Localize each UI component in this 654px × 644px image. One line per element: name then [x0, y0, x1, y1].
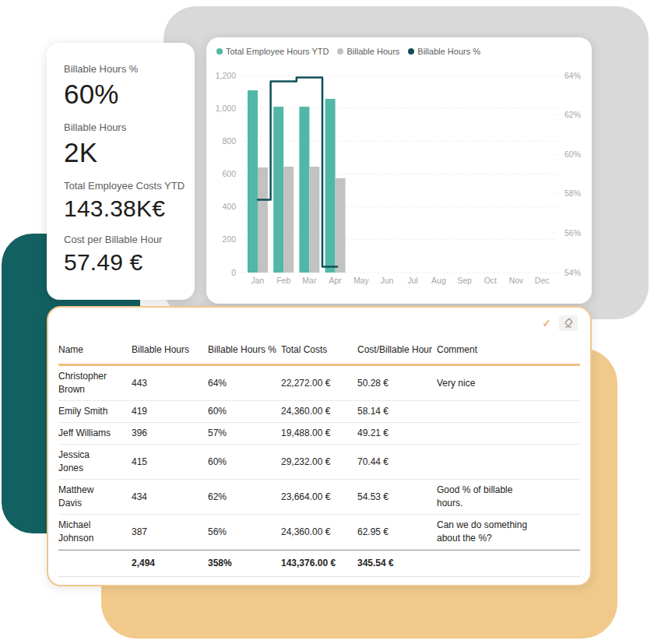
table-cell-total-costs: 29,232.00 € — [281, 452, 357, 473]
column-header[interactable]: Cost/Billable Hour — [357, 337, 437, 364]
right-axis-tick: 64% — [564, 71, 581, 80]
eraser-icon[interactable] — [559, 315, 578, 331]
x-axis-tick: Sep — [457, 276, 472, 285]
right-axis-tick: 56% — [564, 228, 581, 238]
table-card: ✓ NameBillable HoursBillable Hours %Tota… — [47, 306, 592, 586]
table-cell-total-costs: 24,360.00 € — [281, 522, 357, 543]
left-axis-tick: 200 — [222, 234, 236, 244]
table-cell-cost-per-billable-hour: 54.53 € — [357, 487, 437, 508]
column-header[interactable]: Billable Hours — [132, 337, 208, 364]
table-cell-cost-per-billable-hour: 50.28 € — [357, 373, 437, 394]
kpi-value: 143.38K€ — [64, 195, 195, 222]
table-cell-billable-hours-pct: 56% — [208, 522, 281, 543]
table-cell-name: Christopher Brown — [58, 366, 132, 400]
table-cell-name: Jeff Williams — [58, 423, 132, 444]
total-cell-cost-per-billable-hour: 345.54 € — [357, 551, 437, 576]
x-axis-tick: Nov — [509, 276, 524, 285]
column-header[interactable]: Total Costs — [281, 337, 357, 364]
table-row[interactable]: Jessica Jones41560%29,232.00 €70.44 € — [58, 445, 580, 480]
table-cell-total-costs: 23,664.00 € — [281, 487, 357, 508]
table-cell-billable-hours: 434 — [132, 487, 208, 508]
x-axis-tick: Jun — [381, 276, 394, 285]
kpi-item: Billable Hours % 60% — [64, 63, 195, 110]
right-axis-tick: 60% — [564, 150, 581, 159]
left-axis-tick: 800 — [222, 136, 236, 146]
bar-billable-hours[interactable] — [258, 167, 268, 273]
x-axis-tick: Aug — [431, 276, 446, 285]
total-cell-name — [58, 558, 132, 570]
right-axis-tick: 62% — [564, 110, 581, 119]
left-axis-tick: 0 — [231, 268, 236, 277]
kpi-value: 60% — [64, 79, 195, 110]
bar-billable-hours[interactable] — [283, 167, 294, 273]
table-cell-comment: Very nice — [437, 373, 580, 394]
billable-hours-table: NameBillable HoursBillable Hours %Total … — [58, 337, 580, 577]
kpi-label: Billable Hours — [64, 121, 195, 133]
bar-total-employee-hours[interactable] — [248, 90, 258, 273]
table-cell-comment — [437, 401, 580, 422]
x-axis-tick: Jul — [407, 276, 417, 285]
table-cell-billable-hours-pct: 60% — [208, 401, 281, 422]
table-row[interactable]: Christopher Brown44364%22,272.00 €50.28 … — [58, 366, 580, 401]
kpi-item: Total Employee Costs YTD 143.38K€ — [64, 180, 195, 222]
table-cell-billable-hours-pct: 62% — [208, 487, 281, 508]
left-axis-tick: 600 — [222, 169, 236, 178]
table-cell-name: Emily Smith — [58, 401, 132, 422]
table-cell-total-costs: 24,360.00 € — [281, 401, 357, 422]
kpi-label: Billable Hours % — [64, 63, 195, 75]
table-total-row: 2,494358%143,376.00 €345.54 € — [58, 550, 580, 577]
x-axis-tick: Apr — [329, 276, 342, 285]
table-cell-total-costs: 19,488.00 € — [281, 423, 357, 444]
table-cell-total-costs: 22,272.00 € — [281, 373, 357, 394]
column-header[interactable]: Billable Hours % — [208, 337, 281, 364]
total-cell-comment — [437, 558, 580, 570]
table-cell-comment — [437, 452, 580, 473]
right-axis-tick: 58% — [564, 188, 581, 198]
total-cell-billable-hours-pct: 358% — [208, 551, 281, 576]
x-axis-tick: Dec — [535, 276, 550, 285]
left-axis-tick: 1,000 — [216, 104, 236, 113]
right-axis-tick: 54% — [564, 268, 581, 277]
kpi-value: 2K — [64, 137, 195, 168]
kpi-item: Billable Hours 2K — [64, 121, 195, 168]
table-cell-billable-hours-pct: 64% — [208, 373, 281, 394]
table-row[interactable]: Emily Smith41960%24,360.00 €58.14 € — [58, 401, 580, 423]
table-cell-billable-hours-pct: 60% — [208, 452, 281, 473]
table-header-row: NameBillable HoursBillable Hours %Total … — [58, 337, 580, 366]
table-cell-name: Matthew Davis — [58, 480, 132, 514]
visual-header-toolbar: ✓ — [537, 315, 578, 331]
table-cell-comment: Can we do something about the %? — [437, 515, 580, 549]
x-axis-tick: Mar — [302, 276, 317, 285]
table-cell-billable-hours: 387 — [132, 522, 208, 543]
x-axis-tick: Jan — [251, 276, 265, 285]
table-cell-comment — [437, 423, 580, 444]
table-row[interactable]: Michael Johnson38756%24,360.00 €62.95 €C… — [58, 515, 580, 550]
table-row[interactable]: Matthew Davis43462%23,664.00 €54.53 €Goo… — [58, 480, 580, 515]
total-cell-total-costs: 143,376.00 € — [281, 551, 357, 576]
column-header[interactable]: Comment — [437, 337, 580, 364]
kpi-card: Billable Hours % 60%Billable Hours 2KTot… — [47, 43, 195, 300]
left-axis-tick: 1,200 — [216, 71, 236, 80]
bar-total-employee-hours[interactable] — [299, 107, 309, 273]
x-axis-tick: May — [353, 276, 370, 285]
x-axis-tick: Oct — [484, 276, 497, 285]
left-axis-tick: 400 — [222, 202, 236, 211]
chart-card: Total Employee Hours YTD Billable Hours … — [206, 37, 592, 304]
kpi-label: Total Employee Costs YTD — [64, 180, 195, 192]
combo-chart[interactable]: 1,2001,000800600400200064%62%60%58%56%54… — [206, 37, 592, 304]
total-cell-billable-hours: 2,494 — [132, 551, 208, 576]
table-cell-billable-hours: 415 — [132, 452, 208, 473]
dashboard-canvas: Billable Hours % 60%Billable Hours 2KTot… — [0, 0, 654, 644]
bar-total-employee-hours[interactable] — [273, 107, 283, 273]
table-row[interactable]: Jeff Williams39657%19,488.00 €49.21 € — [58, 423, 580, 445]
checkmark-icon[interactable]: ✓ — [537, 315, 556, 331]
x-axis-tick: Feb — [276, 276, 290, 285]
table-cell-cost-per-billable-hour: 62.95 € — [357, 522, 437, 543]
table-cell-cost-per-billable-hour: 58.14 € — [357, 401, 437, 422]
table-cell-name: Michael Johnson — [58, 515, 132, 549]
bar-billable-hours[interactable] — [309, 167, 319, 273]
bar-billable-hours[interactable] — [336, 178, 346, 273]
column-header[interactable]: Name — [58, 337, 132, 364]
bar-total-employee-hours[interactable] — [325, 99, 336, 273]
table-cell-billable-hours: 443 — [132, 373, 208, 394]
